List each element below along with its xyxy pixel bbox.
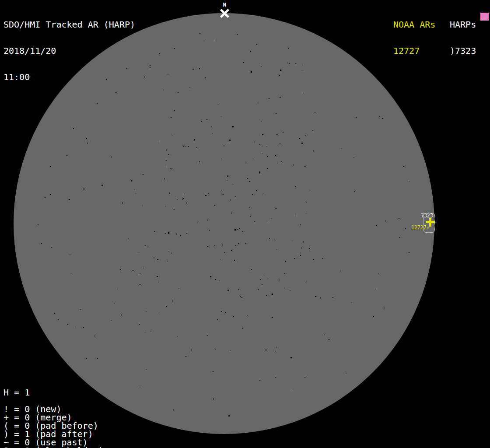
magnetic-speckle <box>211 126 212 126</box>
magnetic-speckle <box>200 33 200 34</box>
magnetic-speckle <box>285 261 286 262</box>
harp-color-swatch <box>480 13 489 21</box>
magnetic-speckle <box>243 62 244 63</box>
magnetic-speckle <box>218 105 218 105</box>
magnetic-speckle <box>86 358 87 359</box>
magnetic-speckle <box>178 92 178 93</box>
magnetic-speckle <box>172 134 172 134</box>
magnetic-speckle <box>375 289 376 289</box>
magnetic-speckle <box>238 289 239 290</box>
magnetic-speckle <box>276 157 277 157</box>
magnetic-speckle <box>164 178 165 179</box>
magnetic-speckle <box>207 246 208 247</box>
magnetic-speckle <box>45 197 46 198</box>
magnetic-speckle <box>167 262 168 262</box>
magnetic-speckle <box>210 276 211 277</box>
magnetic-speckle <box>169 192 170 194</box>
magnetic-speckle <box>54 313 55 314</box>
magnetic-speckle <box>382 118 383 119</box>
magnetic-speckle <box>295 215 296 215</box>
magnetic-speckle <box>261 122 262 122</box>
magnetic-speckle <box>168 232 169 234</box>
magnetic-speckle <box>283 132 284 133</box>
magnetic-speckle <box>87 143 88 144</box>
magnetic-speckle <box>376 225 377 226</box>
magnetic-speckle <box>174 209 175 210</box>
magnetic-speckle <box>269 238 270 239</box>
magnetic-speckle <box>303 93 304 93</box>
magnetic-speckle <box>204 41 204 41</box>
magnetic-speckle <box>302 65 303 65</box>
magnetic-speckle <box>249 207 250 208</box>
magnetic-speckle <box>303 242 304 242</box>
magnetic-speckle <box>272 294 273 295</box>
magnetic-speckle <box>222 245 223 245</box>
magnetic-speckle <box>247 178 248 179</box>
magnetic-speckle <box>262 147 262 147</box>
magnetic-speckle <box>269 98 270 99</box>
harps-value: )7323 <box>450 46 476 55</box>
magnetic-speckle <box>186 233 187 234</box>
footer-caption: HARPs: numbered boxes; active region col… <box>4 434 179 448</box>
magnetic-speckle <box>144 77 145 77</box>
magnetic-speckle <box>165 233 166 234</box>
magnetic-speckle <box>83 189 84 189</box>
magnetic-speckle <box>351 302 352 303</box>
solar-harp-visualization: SDO/HMI Tracked AR (HARP) 2018/11/20 11:… <box>0 0 490 448</box>
magnetic-speckle <box>184 194 185 194</box>
magnetic-speckle <box>140 273 140 273</box>
magnetic-speckle <box>174 48 175 49</box>
magnetic-speckle <box>83 327 84 328</box>
title-block: SDO/HMI Tracked AR (HARP) 2018/11/20 11:… <box>4 3 135 99</box>
magnetic-speckle <box>272 317 273 318</box>
magnetic-speckle <box>58 319 59 320</box>
magnetic-speckle <box>385 220 386 221</box>
magnetic-speckle <box>150 332 151 332</box>
magnetic-speckle <box>373 316 374 317</box>
time-label: 11:00 <box>4 73 135 81</box>
magnetic-speckle <box>50 194 51 195</box>
magnetic-speckle <box>139 275 140 275</box>
magnetic-speckle <box>250 51 251 52</box>
magnetic-speckle <box>145 332 145 332</box>
magnetic-speckle <box>384 308 385 308</box>
magnetic-speckle <box>146 369 147 370</box>
magnetic-speckle <box>230 200 231 200</box>
magnetic-speckle <box>301 143 303 144</box>
magnetic-speckle <box>259 144 260 145</box>
magnetic-speckle <box>289 63 290 64</box>
magnetic-speckle <box>254 221 255 222</box>
magnetic-speckle <box>231 250 232 251</box>
magnetic-speckle <box>147 248 148 248</box>
magnetic-speckle <box>196 147 197 148</box>
noaa-ars-value: 12727 <box>393 46 435 55</box>
magnetic-speckle <box>313 259 314 260</box>
magnetic-speckle <box>208 193 209 194</box>
magnetic-speckle <box>259 380 260 381</box>
magnetic-speckle <box>182 199 183 200</box>
magnetic-speckle <box>324 335 325 335</box>
magnetic-speckle <box>276 134 277 135</box>
magnetic-speckle <box>242 297 242 298</box>
magnetic-speckle <box>228 415 230 416</box>
magnetic-speckle <box>172 168 172 169</box>
magnetic-speckle <box>114 304 115 304</box>
page-title: SDO/HMI Tracked AR (HARP) <box>4 20 135 29</box>
magnetic-speckle <box>274 239 275 239</box>
magnetic-speckle <box>266 146 266 147</box>
magnetic-speckle <box>281 161 282 162</box>
magnetic-speckle <box>214 40 214 40</box>
magnetic-speckle <box>207 335 208 336</box>
magnetic-speckle <box>228 290 229 291</box>
magnetic-speckle <box>266 222 267 222</box>
magnetic-speckle <box>120 269 121 270</box>
magnetic-speckle <box>258 289 259 290</box>
magnetic-speckle <box>254 143 255 143</box>
magnetic-speckle <box>71 273 71 273</box>
magnetic-speckle <box>251 269 252 270</box>
harps-column: HARPs )7323 <box>450 3 476 73</box>
magnetic-speckle <box>158 142 159 142</box>
magnetic-speckle <box>128 238 129 238</box>
magnetic-speckle <box>223 194 224 195</box>
magnetic-speckle <box>247 315 248 315</box>
